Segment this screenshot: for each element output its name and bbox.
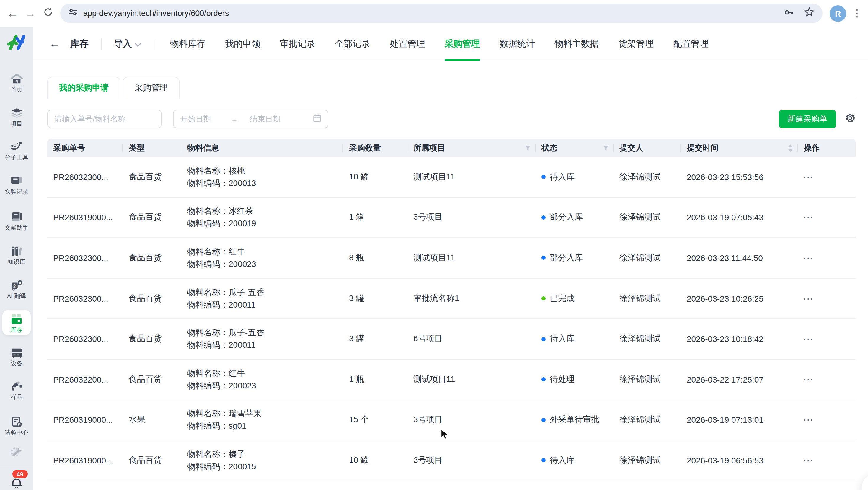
order-no[interactable]: PR26032200... [47, 375, 123, 384]
sidebar-item-11[interactable]: 检请验中心 [2, 413, 31, 438]
column-header[interactable]: 提交时间 [681, 139, 798, 157]
subtab[interactable]: 我的采购申请 [47, 77, 120, 99]
sidebar-item-2[interactable]: 项目 [2, 104, 31, 129]
bookmark-star-icon[interactable] [804, 7, 814, 20]
new-purchase-order-button[interactable]: 新建采购单 [779, 110, 836, 128]
sidebar-item-4[interactable]: 实验记录 [2, 172, 31, 197]
subtab[interactable]: 采购管理 [123, 77, 180, 99]
submit-time: 2026-03-22 17:25:07 [681, 375, 798, 384]
browser-forward-icon[interactable]: → [21, 4, 39, 22]
order-no[interactable]: PR26032300... [47, 173, 123, 182]
status-dot-icon [541, 215, 546, 220]
filter-funnel-icon[interactable] [525, 145, 531, 151]
nav-tab[interactable]: 物料库存 [170, 27, 206, 61]
row-actions-button[interactable]: ··· [798, 415, 852, 425]
project: 测试项目11 [407, 253, 535, 263]
nav-tab[interactable]: 配置管理 [673, 27, 709, 61]
order-type: 食品百货 [123, 253, 181, 263]
material-info: 物料名称：核桃物料编码：200013 [181, 165, 343, 189]
table-row: PR260319000... 食品百货 物料名称：榛子物料编码：200015 1… [47, 440, 856, 481]
search-input[interactable] [47, 110, 162, 128]
row-actions-button[interactable]: ··· [798, 334, 852, 344]
sidebar-item-5[interactable]: 文献助手 [2, 208, 31, 233]
row-actions-button[interactable]: ··· [798, 173, 852, 182]
row-actions-button[interactable]: ··· [798, 253, 852, 263]
column-header: 类型 [123, 139, 181, 157]
column-header: 提交人 [614, 139, 681, 157]
browser-reload-icon[interactable] [39, 4, 57, 22]
device-icon [10, 346, 23, 358]
module-nav: ← 库存 导入 物料库存我的申领审批记录全部记录处置管理采购管理数据统计物料主数… [33, 27, 868, 61]
status-badge: 部分入库 [535, 212, 614, 223]
column-header[interactable]: 状态 [535, 139, 614, 157]
row-actions-button[interactable]: ··· [798, 456, 852, 465]
column-header: 采购单号 [47, 139, 123, 157]
sidebar-item-1[interactable]: 首页 [2, 70, 31, 95]
row-actions-button[interactable]: ··· [798, 375, 852, 384]
sidebar-item-7[interactable]: 文AAI 翻译 [2, 276, 31, 302]
browser-avatar[interactable]: R [830, 5, 846, 22]
submitter: 徐泽锦测试 [614, 334, 681, 344]
order-type: 食品百货 [123, 293, 181, 304]
orders-table: 采购单号类型物料信息采购数量所属项目状态提交人提交时间操作 PR26032300… [47, 139, 856, 481]
submit-time: 2026-03-23 11:44:50 [681, 253, 798, 263]
chevron-down-icon [135, 39, 141, 49]
gear-icon[interactable] [845, 113, 856, 125]
status-badge: 已完成 [535, 293, 614, 304]
order-no[interactable]: PR26032300... [47, 253, 123, 263]
table-row: PR26032300... 食品百货 物料名称：红牛物料编码：200023 8 … [47, 238, 856, 278]
row-actions-button[interactable]: ··· [798, 294, 852, 303]
nav-tab[interactable]: 全部记录 [335, 27, 370, 61]
filter-funnel-icon[interactable] [603, 145, 609, 151]
submitter: 徐泽锦测试 [614, 172, 681, 182]
nav-tab[interactable]: 处置管理 [390, 27, 425, 61]
order-no[interactable]: PR260319000... [47, 456, 123, 465]
import-dropdown[interactable]: 导入 [114, 27, 141, 61]
column-header: 采购数量 [343, 139, 407, 157]
nav-tab[interactable]: 审批记录 [280, 27, 315, 61]
order-no[interactable]: PR26032300... [47, 334, 123, 344]
column-header[interactable]: 所属项目 [407, 139, 535, 157]
row-actions-button[interactable]: ··· [798, 213, 852, 222]
sidebar-tools-button[interactable] [2, 446, 31, 460]
browser-back-icon[interactable]: ← [4, 4, 21, 22]
sidebar-item-10[interactable]: 样品 [2, 377, 31, 403]
url-text: app-dev.yanyin.tech/inventory/600/orders [83, 9, 229, 18]
sort-icon[interactable] [788, 144, 793, 152]
sidebar-item-6[interactable]: 知识库 [2, 242, 31, 268]
nav-tab[interactable]: 我的申领 [225, 27, 260, 61]
subtab-bar: 我的采购申请采购管理 [47, 77, 856, 99]
sidebar-item-8[interactable]: 库存 [2, 310, 31, 335]
submitter: 徐泽锦测试 [614, 293, 681, 304]
main-area: ← 库存 导入 物料库存我的申领审批记录全部记录处置管理采购管理数据统计物料主数… [33, 27, 868, 490]
nav-tab[interactable]: 货架管理 [618, 27, 654, 61]
table-row: PR26032300... 食品百货 物料名称：瓜子-五香物料编码：200011… [47, 319, 856, 360]
material-info: 物料名称：红牛物料编码：200023 [181, 246, 343, 270]
table-row: PR260319000... 水果 物料名称：瑞雪苹果物料编码：sg01 15 … [47, 400, 856, 440]
nav-back-icon[interactable]: ← [49, 27, 60, 61]
order-type: 食品百货 [123, 172, 181, 182]
app-logo[interactable] [5, 34, 28, 54]
status-dot-icon [541, 377, 546, 382]
nav-tab[interactable]: 数据统计 [500, 27, 535, 61]
password-key-icon[interactable] [783, 7, 794, 20]
home-icon [10, 72, 23, 85]
order-no[interactable]: PR260319000... [47, 415, 123, 425]
order-type: 食品百货 [123, 374, 181, 385]
nav-divider [154, 38, 154, 49]
browser-menu-icon[interactable]: ⋮ [852, 7, 862, 20]
project: 测试项目11 [407, 172, 535, 182]
nav-tab[interactable]: 物料主数据 [554, 27, 599, 61]
tune-icon[interactable] [68, 8, 78, 19]
status-badge: 部分入库 [535, 253, 614, 263]
order-no[interactable]: PR260319000... [47, 213, 123, 222]
nav-tab[interactable]: 采购管理 [445, 27, 480, 61]
sidebar-item-3[interactable]: 分子工具 [2, 137, 31, 163]
order-type: 水果 [123, 415, 181, 425]
order-no[interactable]: PR26032300... [47, 294, 123, 303]
address-bar[interactable]: app-dev.yanyin.tech/inventory/600/orders [60, 4, 823, 23]
material-info: 物料名称：冰红茶物料编码：200019 [181, 205, 343, 230]
sidebar-item-9[interactable]: 设备 [2, 344, 31, 369]
notification-badge: 49 [12, 469, 28, 479]
date-range-picker[interactable]: 开始日期 → 结束日期 [173, 110, 328, 128]
